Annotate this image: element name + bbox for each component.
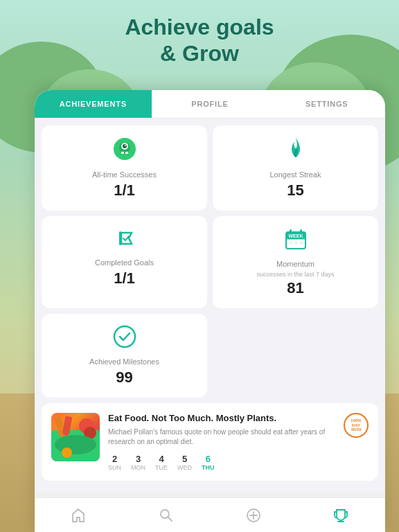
day-item-1: 3 MON bbox=[131, 454, 145, 471]
tab-bar: ACHIEVEMENTS PROFILE SETTINGS bbox=[35, 90, 385, 118]
stat-streak-label: Longest Streak bbox=[221, 170, 370, 179]
svg-line-19 bbox=[168, 517, 172, 521]
day-num-0: 2 bbox=[108, 454, 121, 464]
bottom-nav bbox=[35, 497, 385, 532]
stat-longest-streak: Longest Streak 15 bbox=[213, 125, 378, 211]
stats-row-1: All-time Successes 1/1 Longest Streak 15 bbox=[42, 125, 378, 211]
header-line2: & Grow bbox=[160, 41, 239, 66]
milestones-placeholder bbox=[213, 314, 378, 398]
stat-goals-value: 1/1 bbox=[50, 269, 199, 287]
stat-achieved-milestones: Achieved Milestones 99 bbox=[42, 314, 207, 398]
svg-rect-14 bbox=[290, 241, 293, 245]
milestones-value: 99 bbox=[50, 369, 199, 387]
day-item-4: 6 THU bbox=[202, 454, 215, 471]
svg-rect-15 bbox=[294, 241, 298, 245]
content-area: All-time Successes 1/1 Longest Streak 15 bbox=[35, 118, 385, 493]
stat-momentum-sublabel: successes in the last 7 days bbox=[221, 271, 370, 278]
day-num-4: 6 bbox=[202, 454, 215, 464]
goal-info: Eat Food. Not Too Much. Mostly Plants. M… bbox=[108, 413, 335, 471]
day-item-0: 2 SUN bbox=[108, 454, 121, 471]
day-label-4: THU bbox=[202, 464, 215, 471]
checkmark-circle-icon bbox=[50, 325, 199, 353]
day-label-1: MON bbox=[131, 464, 145, 471]
milestones-label: Achieved Milestones bbox=[50, 357, 199, 366]
monster-icon bbox=[50, 136, 199, 166]
stat-completed-goals: Completed Goals 1/1 bbox=[42, 216, 207, 308]
tab-achievements[interactable]: ACHIEVEMENTS bbox=[35, 90, 152, 118]
day-item-2: 4 TUE bbox=[155, 454, 168, 471]
svg-point-3 bbox=[123, 144, 127, 148]
day-num-3: 5 bbox=[177, 454, 192, 464]
stat-momentum-label: Momentum bbox=[221, 260, 370, 268]
nav-search[interactable] bbox=[123, 498, 211, 532]
svg-rect-6 bbox=[125, 152, 128, 154]
stat-streak-value: 15 bbox=[221, 181, 370, 200]
app-header: Achieve goals & Grow bbox=[0, 14, 399, 67]
day-label-0: SUN bbox=[108, 464, 121, 471]
nav-add[interactable] bbox=[210, 498, 298, 532]
goal-days: 2 SUN 3 MON 4 TUE 5 WED bbox=[108, 454, 335, 471]
svg-rect-13 bbox=[300, 229, 302, 233]
svg-rect-16 bbox=[299, 241, 303, 245]
stat-goals-label: Completed Goals bbox=[50, 258, 199, 267]
stat-all-time-successes: All-time Successes 1/1 bbox=[42, 125, 207, 211]
flame-icon bbox=[221, 136, 370, 166]
svg-rect-5 bbox=[121, 152, 124, 154]
flag-icon bbox=[50, 227, 199, 254]
tab-profile[interactable]: PROFILE bbox=[152, 90, 269, 118]
device-frame: ACHIEVEMENTS PROFILE SETTINGS bbox=[35, 90, 385, 532]
svg-text:WEEK: WEEK bbox=[288, 233, 303, 238]
goal-image bbox=[51, 413, 100, 461]
day-item-3: 5 WED bbox=[177, 454, 192, 471]
milestones-row: Achieved Milestones 99 bbox=[42, 314, 378, 398]
svg-point-4 bbox=[125, 145, 126, 146]
day-num-2: 4 bbox=[155, 454, 168, 464]
stat-momentum: WEEK Momentum successes in the last 7 da… bbox=[213, 216, 378, 308]
stat-all-time-label: All-time Successes bbox=[50, 170, 199, 179]
tab-settings[interactable]: SETTINGS bbox=[268, 90, 385, 118]
goal-card[interactable]: Eat Food. Not Too Much. Mostly Plants. M… bbox=[42, 403, 378, 481]
nav-trophy[interactable] bbox=[298, 498, 386, 532]
stat-momentum-value: 81 bbox=[221, 279, 370, 297]
nav-home[interactable] bbox=[35, 498, 123, 532]
completion-badge: 100% DAY 30/30 bbox=[344, 413, 369, 438]
stats-row-2: Completed Goals 1/1 WEEK bbox=[42, 216, 378, 308]
stat-all-time-value: 1/1 bbox=[50, 181, 199, 200]
day-num-1: 3 bbox=[131, 454, 145, 464]
svg-point-17 bbox=[114, 326, 135, 347]
goal-desc: Michael Pollan's famous quote on how peo… bbox=[108, 427, 335, 447]
calendar-week-icon: WEEK bbox=[221, 227, 370, 256]
day-label-2: TUE bbox=[155, 464, 168, 471]
day-label-3: WED bbox=[177, 464, 192, 471]
svg-rect-12 bbox=[290, 229, 292, 233]
goal-title: Eat Food. Not Too Much. Mostly Plants. bbox=[108, 413, 335, 423]
header-line1: Achieve goals bbox=[125, 15, 274, 39]
